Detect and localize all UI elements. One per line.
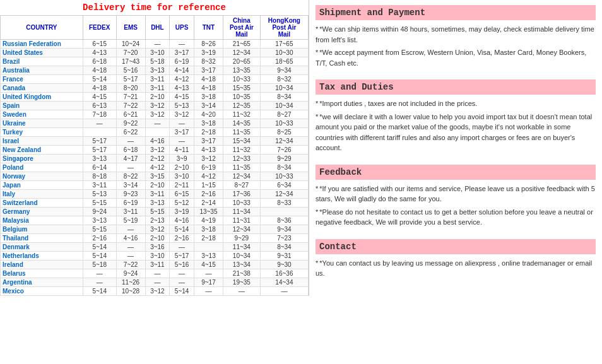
country-cell: Norway xyxy=(1,172,83,181)
time-cell: 8~27 xyxy=(260,110,308,119)
time-cell: — xyxy=(260,287,308,296)
time-cell: 8~22 xyxy=(116,172,145,181)
time-cell: 2~14 xyxy=(194,199,223,208)
table-row: Russian Federation6~1510~24——8~2621~6517… xyxy=(1,40,309,49)
time-cell: 5~14 xyxy=(83,243,116,252)
time-cell: 11~31 xyxy=(223,216,260,225)
time-cell: 2~16 xyxy=(194,190,223,199)
time-cell: 4~18 xyxy=(194,75,223,84)
shipment-point-2: *We accept payment from Escrow, Western … xyxy=(316,47,596,68)
time-cell: 7~18 xyxy=(83,110,116,119)
time-cell: — xyxy=(194,287,223,296)
time-cell: 8~34 xyxy=(260,243,308,252)
time-cell: 4~14 xyxy=(170,66,194,75)
time-cell: 9~31 xyxy=(260,252,308,261)
time-cell: 8~26 xyxy=(194,40,223,49)
time-cell xyxy=(260,208,308,216)
time-cell: 5~18 xyxy=(145,57,170,66)
time-cell: — xyxy=(116,163,145,172)
time-cell xyxy=(194,243,223,252)
table-row: Netherlands5~14—3~105~173~1310~349~31 xyxy=(1,252,309,261)
time-cell: 2~11 xyxy=(170,181,194,190)
time-cell: 2~18 xyxy=(194,128,223,137)
feedback-point-1: *If you are satisfied with our items and… xyxy=(316,184,596,204)
country-cell: New Zealand xyxy=(1,146,83,155)
time-cell: 12~34 xyxy=(260,190,308,199)
country-cell: Netherlands xyxy=(1,252,83,261)
time-cell: — xyxy=(194,269,223,278)
time-cell: 5~12 xyxy=(170,199,194,208)
time-cell: 15~34 xyxy=(223,137,260,146)
contact-title: Contact xyxy=(316,239,596,254)
time-cell: — xyxy=(116,137,145,146)
time-cell: 4~12 xyxy=(145,163,170,172)
time-cell: — xyxy=(83,119,116,128)
time-cell: 4~19 xyxy=(194,216,223,225)
time-cell: 3~13 xyxy=(194,252,223,261)
table-row: Switzerland5~156~193~135~122~1410~338~33 xyxy=(1,199,309,208)
time-cell: 12~33 xyxy=(223,155,260,163)
time-cell: 10~30 xyxy=(260,49,308,57)
table-row: Mexico5~1410~283~125~14——— xyxy=(1,287,309,296)
header-dhl: DHL xyxy=(145,16,170,40)
country-cell: Ireland xyxy=(1,261,83,269)
time-cell: — xyxy=(170,278,194,287)
time-cell: 2~18 xyxy=(194,234,223,243)
tax-point-1: *Import duties , taxes are not included … xyxy=(316,98,596,109)
time-cell: — xyxy=(145,269,170,278)
header-ems: EMS xyxy=(116,16,145,40)
time-cell: 9~17 xyxy=(194,278,223,287)
time-cell: 5~17 xyxy=(83,137,116,146)
time-cell: 3~17 xyxy=(170,128,194,137)
time-cell: 7~21 xyxy=(116,93,145,102)
time-cell: 8~33 xyxy=(260,199,308,208)
table-row: Belgium5~15—3~125~143~1812~349~34 xyxy=(1,225,309,234)
time-cell: 17~65 xyxy=(260,40,308,49)
time-cell: 3~12 xyxy=(145,225,170,234)
country-cell: Italy xyxy=(1,190,83,199)
time-cell: 3~12 xyxy=(145,102,170,110)
time-cell: 9~34 xyxy=(260,66,308,75)
time-cell: 6~13 xyxy=(83,102,116,110)
time-cell: 11~32 xyxy=(223,110,260,119)
country-cell: Argentina xyxy=(1,278,83,287)
table-row: Spain6~137~223~125~133~1412~3510~34 xyxy=(1,102,309,110)
table-row: Brazil6~1817~435~186~198~3220~6518~65 xyxy=(1,57,309,66)
time-cell: 20~65 xyxy=(223,57,260,66)
country-cell: United Kingdom xyxy=(1,93,83,102)
time-cell: — xyxy=(116,252,145,261)
time-cell: 3~13 xyxy=(145,199,170,208)
country-cell: Denmark xyxy=(1,243,83,252)
time-cell: 8~18 xyxy=(83,172,116,181)
time-cell: 5~16 xyxy=(170,261,194,269)
time-cell: 12~34 xyxy=(223,225,260,234)
time-cell: 4~20 xyxy=(194,110,223,119)
time-cell: 10~34 xyxy=(223,252,260,261)
time-cell: 5~14 xyxy=(170,287,194,296)
time-cell: 2~10 xyxy=(145,93,170,102)
time-cell xyxy=(145,128,170,137)
time-cell: — xyxy=(145,119,170,128)
time-cell: 3~12 xyxy=(145,146,170,155)
shipment-title: Shipment and Payment xyxy=(316,5,596,20)
time-cell: 3~18 xyxy=(194,225,223,234)
page-title: Delivery time for reference xyxy=(0,0,309,15)
time-cell: 6~21 xyxy=(116,110,145,119)
time-cell: 10~24 xyxy=(116,40,145,49)
table-row: Malaysia3~135~192~134~164~1911~318~36 xyxy=(1,216,309,225)
table-row: Belarus—9~24———21~3816~36 xyxy=(1,269,309,278)
time-cell: 7~22 xyxy=(116,261,145,269)
time-cell: 4~12 xyxy=(170,75,194,84)
country-cell: Spain xyxy=(1,102,83,110)
time-cell: 8~32 xyxy=(260,75,308,84)
time-cell: 3~11 xyxy=(145,190,170,199)
time-cell: 3~9 xyxy=(170,155,194,163)
country-cell: Ukraine xyxy=(1,119,83,128)
time-cell: 3~12 xyxy=(145,287,170,296)
time-cell: 2~13 xyxy=(145,216,170,225)
country-cell: Israel xyxy=(1,137,83,146)
time-cell: 4~13 xyxy=(83,49,116,57)
table-row: Denmark5~14—3~16—11~348~34 xyxy=(1,243,309,252)
time-cell: 3~11 xyxy=(145,84,170,93)
time-cell: 10~33 xyxy=(260,119,308,128)
